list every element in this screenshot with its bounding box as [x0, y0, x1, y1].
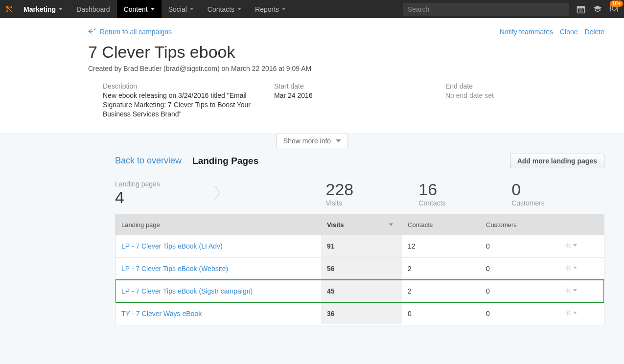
landing-pages-section: Back to overview Landing Pages Add more … — [0, 134, 624, 345]
chevron-down-icon — [237, 8, 241, 10]
nav-item-label: Content — [124, 5, 148, 13]
table-header: Landing page Visits Contacts Customers — [116, 214, 604, 235]
nav-item-label: Contacts — [208, 5, 234, 13]
row-visits: 91 — [321, 235, 402, 257]
nav-item-reports[interactable]: Reports — [248, 0, 293, 18]
row-contacts: 12 — [402, 235, 480, 257]
landing-page-link[interactable]: TY - 7 Clever Ways eBook — [121, 310, 202, 318]
row-contacts: 0 — [402, 303, 480, 324]
lp-count-label: Landing pages — [115, 180, 222, 188]
table-row: TY - 7 Clever Ways eBook3600 — [116, 302, 604, 325]
svg-point-12 — [567, 267, 569, 269]
landing-page-link[interactable]: LP - 7 Clever Tips eBook (LI Adv) — [121, 242, 223, 250]
row-actions-button[interactable] — [564, 287, 577, 294]
row-visits: 56 — [321, 258, 402, 279]
col-visits[interactable]: Visits — [321, 214, 402, 235]
customers-stat-label: Customers — [511, 199, 585, 207]
svg-line-6 — [7, 7, 12, 11]
chevron-down-icon — [573, 267, 577, 269]
brand-icon — [5, 5, 14, 14]
nav-item-social[interactable]: Social — [162, 0, 201, 18]
nav-item-contacts[interactable]: Contacts — [201, 0, 248, 18]
academy-icon[interactable] — [593, 4, 602, 14]
row-actions-button[interactable] — [564, 310, 577, 317]
chevron-down-icon — [190, 8, 194, 10]
notifications-icon[interactable]: 10+ — [609, 3, 619, 15]
table-row: LP - 7 Clever Tips eBook (LI Adv)91120 — [116, 235, 604, 257]
back-arrow-icon — [88, 28, 96, 36]
nav-item-content[interactable]: Content — [117, 0, 162, 18]
show-more-label: Show more info — [283, 137, 331, 145]
col-visits-label: Visits — [327, 221, 344, 228]
end-date-value: No end date set — [445, 91, 494, 100]
row-visits: 36 — [321, 303, 402, 324]
description-label: Description — [103, 82, 254, 90]
row-customers: 0 — [480, 303, 554, 324]
row-customers: 0 — [480, 235, 554, 257]
section-title: Landing Pages — [192, 156, 258, 166]
description-value: New ebook releasing on 3/24/2016 titled … — [103, 91, 254, 119]
top-nav: Marketing DashboardContentSocialContacts… — [0, 0, 624, 18]
chevron-down-icon — [573, 289, 577, 292]
created-by: Created by Brad Beutler (brad@sigstr.com… — [88, 65, 311, 72]
contacts-stat: 16 — [418, 180, 492, 199]
nav-items: DashboardContentSocialContactsReports — [69, 0, 293, 18]
nav-item-dashboard[interactable]: Dashboard — [69, 0, 117, 18]
svg-text:31: 31 — [579, 8, 583, 13]
row-actions-button[interactable] — [564, 242, 577, 249]
row-customers: 0 — [480, 280, 554, 302]
show-more-button[interactable]: Show more info — [276, 134, 348, 148]
row-actions-button[interactable] — [564, 265, 577, 272]
col-customers[interactable]: Customers — [480, 214, 554, 235]
svg-point-10 — [612, 6, 616, 10]
chevron-down-icon — [573, 244, 577, 247]
chevron-down-icon — [151, 8, 155, 10]
row-contacts: 2 — [402, 258, 480, 279]
visits-stat: 228 — [326, 180, 399, 199]
campaign-header: Return to all campaigns 7 Clever Tips eb… — [0, 18, 624, 134]
calendar-icon[interactable]: 31 — [576, 4, 586, 14]
contacts-stat-label: Contacts — [418, 199, 492, 207]
chevron-down-icon — [59, 8, 63, 10]
nav-item-label: Dashboard — [76, 5, 110, 13]
header-actions: Notify teammates Clone Delete — [500, 28, 604, 36]
landing-page-link[interactable]: LP - 7 Clever Tips eBook (Sigstr campaig… — [121, 287, 253, 295]
visits-stat-label: Visits — [326, 199, 399, 207]
chevron-down-icon — [336, 139, 341, 142]
notification-badge: 10+ — [610, 0, 623, 7]
clone-link[interactable]: Clone — [560, 28, 578, 36]
delete-link[interactable]: Delete — [585, 28, 604, 36]
start-date-label: Start date — [274, 82, 426, 90]
start-date-value: Mar 24 2016 — [274, 91, 426, 100]
svg-point-13 — [567, 290, 569, 292]
sort-desc-icon — [389, 224, 393, 226]
chevron-down-icon — [573, 312, 577, 314]
back-to-overview-link[interactable]: Back to overview — [115, 156, 182, 166]
return-link[interactable]: Return to all campaigns — [88, 28, 172, 36]
customers-stat: 0 — [511, 180, 585, 199]
svg-point-11 — [567, 245, 569, 247]
table-row: LP - 7 Clever Tips eBook (Sigstr campaig… — [116, 280, 604, 302]
chevron-down-icon — [282, 8, 286, 10]
add-landing-pages-button[interactable]: Add more landing pages — [510, 154, 604, 168]
page-title: 7 Clever Tips ebook — [88, 43, 311, 62]
chevron-right-icon — [214, 185, 222, 202]
table-row: LP - 7 Clever Tips eBook (Website)5620 — [116, 257, 604, 280]
col-contacts[interactable]: Contacts — [402, 214, 480, 235]
row-visits: 45 — [321, 280, 402, 302]
end-date-label: End date — [445, 82, 494, 90]
landing-page-table: Landing page Visits Contacts Customers L… — [115, 214, 604, 325]
nav-brand-label: Marketing — [23, 5, 56, 13]
nav-item-label: Social — [168, 5, 187, 13]
col-landing-page[interactable]: Landing page — [116, 214, 321, 235]
nav-brand[interactable]: Marketing — [17, 0, 69, 18]
notify-teammates-link[interactable]: Notify teammates — [500, 28, 553, 36]
svg-point-14 — [567, 312, 569, 314]
return-link-label: Return to all campaigns — [100, 28, 172, 36]
row-customers: 0 — [480, 258, 554, 279]
landing-page-link[interactable]: LP - 7 Clever Tips eBook (Website) — [121, 265, 228, 273]
nav-item-label: Reports — [255, 5, 279, 13]
row-contacts: 2 — [402, 280, 480, 302]
lp-count: 4 — [115, 188, 222, 207]
search-input[interactable] — [403, 3, 569, 16]
